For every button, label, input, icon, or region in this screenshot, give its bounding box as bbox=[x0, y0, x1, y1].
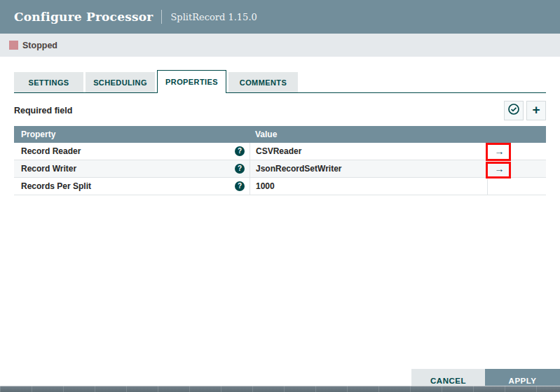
go-to-service-arrow-icon[interactable]: → bbox=[488, 146, 511, 157]
column-header-property: Property bbox=[14, 130, 250, 139]
required-field-label: Required field bbox=[14, 106, 72, 115]
help-icon[interactable]: ? bbox=[235, 146, 245, 156]
arrow-cell bbox=[487, 178, 546, 195]
canvas-background-strip bbox=[0, 386, 560, 392]
check-circle-icon bbox=[507, 103, 520, 118]
property-name: Record Writer bbox=[21, 164, 76, 174]
add-property-button[interactable]: + bbox=[526, 101, 546, 120]
tab-settings[interactable]: SETTINGS bbox=[14, 72, 83, 92]
plus-icon: + bbox=[532, 103, 540, 116]
help-icon[interactable]: ? bbox=[235, 164, 245, 174]
value-cell[interactable]: JsonRecordSetWriter bbox=[250, 160, 487, 177]
tab-scheduling[interactable]: SCHEDULING bbox=[86, 72, 155, 92]
property-cell: Records Per Split ? bbox=[14, 178, 250, 195]
table-row-records-per-split[interactable]: Records Per Split ? 1000 bbox=[14, 178, 546, 195]
arrow-cell: → bbox=[487, 143, 546, 160]
configure-processor-dialog: Configure Processor SplitRecord 1.15.0 S… bbox=[0, 0, 560, 392]
property-value: CSVReader bbox=[256, 146, 301, 156]
tab-bar: SETTINGS SCHEDULING PROPERTIES COMMENTS bbox=[14, 69, 546, 93]
value-cell[interactable]: CSVReader bbox=[250, 143, 487, 160]
toolbar-buttons: + bbox=[504, 101, 546, 120]
verify-properties-button[interactable] bbox=[504, 101, 524, 120]
processor-name-version: SplitRecord 1.15.0 bbox=[170, 12, 257, 22]
properties-table: Property Value Record Reader ? CSVReader… bbox=[14, 126, 546, 195]
dialog-title: Configure Processor bbox=[14, 10, 153, 24]
tab-properties[interactable]: PROPERTIES bbox=[157, 70, 226, 93]
stopped-status-icon bbox=[9, 41, 18, 50]
property-value: JsonRecordSetWriter bbox=[256, 164, 341, 174]
table-row-record-reader[interactable]: Record Reader ? CSVReader → bbox=[14, 143, 546, 160]
status-bar: Stopped bbox=[0, 34, 560, 57]
help-icon[interactable]: ? bbox=[235, 181, 245, 191]
table-row-record-writer[interactable]: Record Writer ? JsonRecordSetWriter → bbox=[14, 160, 546, 178]
title-divider bbox=[161, 10, 162, 24]
property-cell: Record Reader ? bbox=[14, 143, 250, 160]
value-cell[interactable]: 1000 bbox=[250, 178, 487, 195]
property-value: 1000 bbox=[256, 181, 275, 191]
status-label: Stopped bbox=[22, 41, 57, 50]
column-header-value: Value bbox=[250, 130, 487, 139]
table-header-row: Property Value bbox=[14, 126, 546, 143]
arrow-cell: → bbox=[487, 160, 546, 177]
properties-toolbar: Required field + bbox=[14, 100, 546, 120]
property-name: Record Reader bbox=[21, 146, 81, 156]
go-to-service-arrow-icon[interactable]: → bbox=[488, 163, 511, 174]
property-cell: Record Writer ? bbox=[14, 160, 250, 177]
dialog-header: Configure Processor SplitRecord 1.15.0 bbox=[0, 0, 560, 34]
property-name: Records Per Split bbox=[21, 181, 91, 191]
tab-comments[interactable]: COMMENTS bbox=[228, 72, 298, 92]
